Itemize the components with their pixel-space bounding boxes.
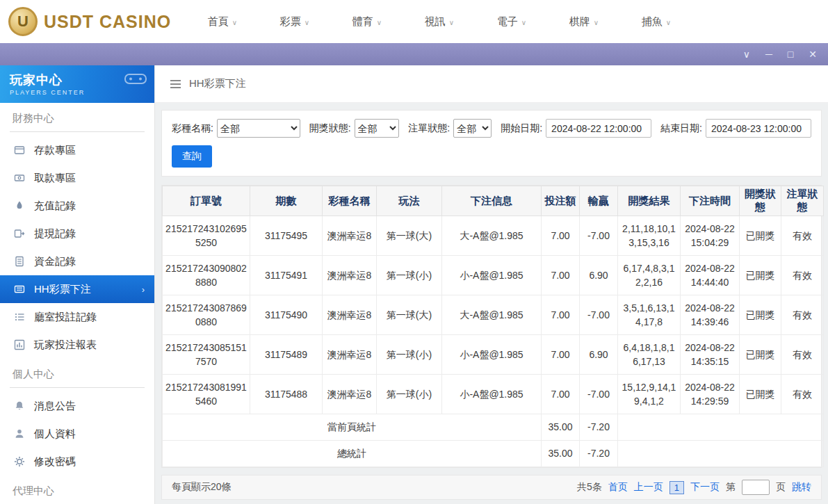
draw-status-label: 開獎狀態: [309,122,351,135]
summary-row: 當前頁統計35.00-7.20 [163,414,824,441]
column-header: 下注時間 [681,186,740,216]
jump-button[interactable]: 跳转 [792,481,811,494]
collapse-icon[interactable]: ∨ [743,49,750,59]
table-cell: 澳洲幸运8 [323,375,377,414]
table-cell: 31175491 [250,256,323,295]
menu-toggle-icon[interactable] [170,83,181,85]
main-content: HH彩票下注 彩種名稱: 全部 開獎狀態: 全部 注單狀態: 全部 [154,65,828,504]
logo-text: USDT CASINO [44,12,171,32]
column-header: 開獎狀態 [740,186,781,216]
sidebar-item-label: 充值記錄 [34,200,76,213]
nav-item-fishing[interactable]: 捕魚∨ [620,15,692,29]
summary-empty [618,414,824,441]
maximize-icon[interactable]: □ [788,49,793,59]
bets-table: 訂單號期數彩種名稱玩法下注信息投注額輸贏開獎結果下注時間開獎狀態注單狀態 215… [162,186,824,467]
prev-page-link[interactable]: 上一页 [634,481,663,494]
summary-empty [618,441,824,467]
sidebar-item-hall-bet-records[interactable]: 廳室投註記錄 [0,303,154,331]
column-header: 注單狀態 [781,186,824,216]
table-cell: 已開獎 [740,295,781,335]
table-cell: -7.00 [580,375,618,414]
start-date-input[interactable] [546,119,651,138]
table-cell: 6,17,4,8,3,12,2,16 [618,256,681,295]
sidebar-item-announcements[interactable]: 消息公告 [0,392,154,420]
nav-item-live-video[interactable]: 視訊∨ [403,15,476,29]
sidebar-item-label: 提現記錄 [34,227,76,241]
current-page[interactable]: 1 [669,481,684,494]
summary-row: 總統計35.00-7.20 [163,441,824,467]
chevron-down-icon: ∨ [594,19,599,26]
table-cell: 澳洲幸运8 [323,256,377,295]
sidebar-item-label: 廳室投註記錄 [34,311,97,324]
sidebar-item-funds-records[interactable]: 資金記錄 [0,247,154,275]
end-date-label: 結束日期: [660,122,702,135]
chevron-right-icon: › [142,284,145,295]
gear-icon [14,456,25,467]
table-cell: 已開獎 [740,335,781,375]
summary-label: 總統計 [163,441,542,467]
table-cell: 15,12,9,14,19,4,1,2 [618,375,681,414]
jump-page-input[interactable] [742,480,770,495]
table-cell: 31175489 [250,335,323,375]
close-icon[interactable]: ✕ [809,49,817,59]
table-cell: 第一球(小) [377,335,442,375]
breadcrumb: HH彩票下注 [155,65,828,103]
pagination: 共5条 首页 上一页 1 下一页 第 页 跳转 [577,480,811,495]
table-cell: 第一球(小) [377,256,442,295]
sidebar-item-recharge-records[interactable]: 充值記錄 [0,192,154,220]
summary-label: 當前頁統計 [163,414,542,441]
minimize-icon[interactable]: ─ [765,49,772,59]
sidebar-item-withdraw-area[interactable]: 取款專區 [0,164,154,192]
main-nav: 首頁∨ 彩票∨ 體育∨ 視訊∨ 電子∨ 棋牌∨ 捕魚∨ [186,15,828,29]
site-header: U USDT CASINO 首頁∨ 彩票∨ 體育∨ 視訊∨ 電子∨ 棋牌∨ 捕魚… [0,0,828,43]
search-button[interactable]: 查詢 [172,145,212,168]
chevron-down-icon: ∨ [521,19,526,26]
table-cell: 31175495 [250,216,323,256]
sidebar-item-change-password[interactable]: 修改密碼 [0,448,154,475]
column-header: 期數 [250,186,323,216]
table-cell: 有效 [781,375,824,414]
nav-item-lottery[interactable]: 彩票∨ [259,15,331,29]
nav-item-sports[interactable]: 體育∨ [331,15,403,29]
section-title-agent: 代理中心 [10,475,145,504]
next-page-link[interactable]: 下一页 [690,481,720,494]
first-page-link[interactable]: 首页 [608,481,628,494]
sidebar-item-hh-lottery-bets[interactable]: HH彩票下注 › [0,275,154,303]
sidebar-item-deposit-area[interactable]: 存款專區 [0,136,154,164]
sidebar-item-player-bet-report[interactable]: 玩家投注報表 [0,331,154,359]
column-header: 開獎結果 [618,186,681,216]
order-status-select[interactable]: 全部 [453,119,492,138]
logo[interactable]: U USDT CASINO [0,7,186,36]
jump-label-suffix: 页 [776,481,786,494]
user-icon [14,428,25,439]
summary-win-loss: -7.20 [580,414,618,441]
sidebar-item-label: 存款專區 [34,144,76,157]
column-header: 玩法 [377,186,442,216]
bell-icon [14,400,25,412]
table-cell: 6.90 [580,256,618,295]
lottery-ticket-icon [14,284,25,295]
recharge-icon [14,200,25,211]
nav-item-board-games[interactable]: 棋牌∨ [548,15,620,29]
lottery-name-select[interactable]: 全部 [217,119,300,138]
column-header: 投注額 [542,186,580,216]
nav-label: 首頁 [208,15,229,27]
nav-item-electronic[interactable]: 電子∨ [476,15,548,29]
deposit-icon [14,145,25,156]
sidebar-item-profile[interactable]: 個人資料 [0,420,154,448]
nav-item-home[interactable]: 首頁∨ [186,15,259,29]
table-cell: 2024-08-22 14:39:46 [681,295,740,335]
table-cell: 7.00 [542,256,580,295]
table-row: 215217243081991546031175488澳洲幸运8第一球(小)小-… [163,375,824,414]
table-cell: 已開獎 [740,256,781,295]
sidebar-item-withdrawal-records[interactable]: 提現記錄 [0,220,154,247]
column-header: 訂單號 [163,186,250,216]
sidebar-subtitle: PLAYERS CENTER [10,89,145,96]
table-cell: 2152172430819915460 [163,375,250,414]
nav-label: 電子 [497,15,518,27]
table-cell: 2024-08-22 15:04:29 [681,216,740,256]
withdraw-icon [14,172,25,184]
draw-status-select[interactable]: 全部 [355,119,400,138]
lottery-name-label: 彩種名稱: [172,122,213,135]
end-date-input[interactable] [706,119,811,138]
